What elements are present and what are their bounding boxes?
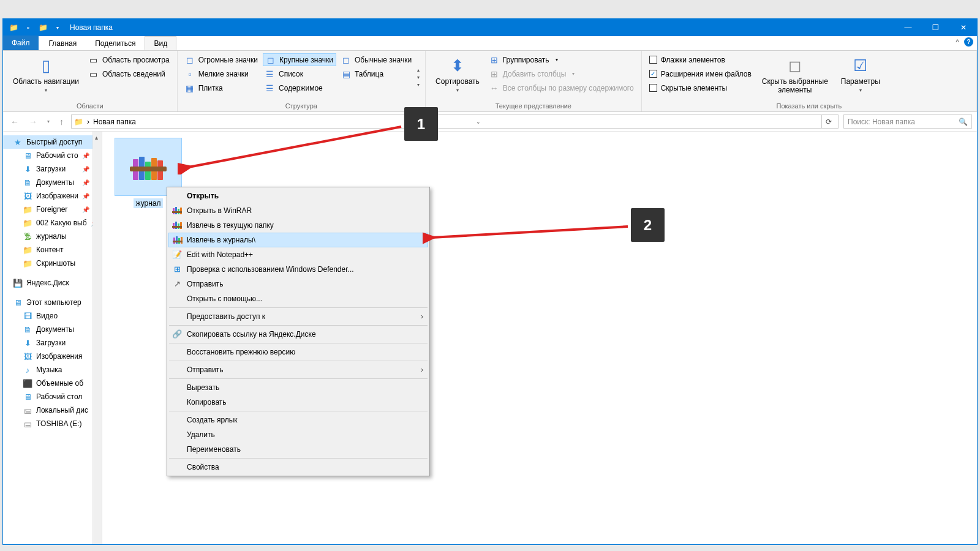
star-icon: ★ xyxy=(13,138,23,147)
layout-medium[interactable]: ◻Обычные значки xyxy=(339,53,414,66)
cm-separator xyxy=(169,325,428,326)
cm-shortcut[interactable]: Создать ярлык xyxy=(168,413,428,427)
cm-restore[interactable]: Восстановить прежнюю версию xyxy=(168,345,428,359)
cm-copy[interactable]: Копировать xyxy=(168,395,428,410)
preview-pane-button[interactable]: ▭Область просмотра xyxy=(86,53,172,66)
sidebar-desktop[interactable]: 🖥Рабочий сто📌 xyxy=(3,149,102,162)
navigation-pane-button[interactable]: ▯ Область навигации ▾ xyxy=(8,53,84,101)
layout-scroll-down-icon[interactable]: ▾ xyxy=(417,74,420,81)
cm-cut[interactable]: Вырезать xyxy=(168,380,428,395)
address-dropdown-icon[interactable]: ⌄ xyxy=(473,119,483,125)
sidebar-foreigner[interactable]: 📁Foreigner📌 xyxy=(3,203,102,216)
navigation-tree[interactable]: ▴ ★Быстрый доступ 🖥Рабочий сто📌 ⬇Загрузк… xyxy=(3,132,102,544)
cm-share[interactable]: ↗Отправить xyxy=(168,277,428,291)
cm-open[interactable]: Открыть xyxy=(168,189,428,203)
hidden-items-toggle[interactable]: Скрытые элементы xyxy=(647,81,754,94)
sidebar-desktop2[interactable]: 🖥Рабочий стол xyxy=(3,390,102,403)
folder-icon: 📁 xyxy=(23,246,32,255)
sidebar-screenshots[interactable]: 📁Скриншоты xyxy=(3,257,102,270)
extensions-toggle[interactable]: ✓Расширения имен файлов xyxy=(647,67,754,80)
maximize-button[interactable]: ❐ xyxy=(922,19,949,36)
navigation-pane-label: Область навигации xyxy=(13,77,79,86)
help-icon[interactable]: ? xyxy=(964,37,973,47)
sidebar-3d[interactable]: ⬛Объемные об xyxy=(3,377,102,390)
sidebar-music[interactable]: ♪Музыка xyxy=(3,363,102,377)
cm-extract-to[interactable]: Извлечь в журналы\ xyxy=(168,233,428,247)
pictures-icon: 🖼 xyxy=(23,192,32,201)
sidebar-documents[interactable]: 🗎Документы📌 xyxy=(3,176,102,189)
hide-selected-button[interactable]: ◻ Скрыть выбранные элементы xyxy=(756,53,834,101)
qat-dropdown-icon[interactable]: ▾ xyxy=(53,23,62,32)
layout-small[interactable]: ▫Мелкие значки xyxy=(183,67,260,80)
cm-extract-here[interactable]: Извлечь в текущую папку xyxy=(168,218,428,233)
sidebar-002[interactable]: 📁002 Какую выб📌 xyxy=(3,216,102,230)
details-pane-button[interactable]: ▭Область сведений xyxy=(86,67,172,80)
layout-scroll-up-icon[interactable]: ▴ xyxy=(417,67,420,73)
annotation-callout-2: 2 xyxy=(631,208,665,242)
address-bar[interactable]: 📁 › Новая папка ⌄ ⟳ xyxy=(71,114,839,129)
sidebar-content[interactable]: 📁Контент xyxy=(3,243,102,257)
cm-properties[interactable]: Свойства xyxy=(168,460,428,474)
checkboxes-toggle[interactable]: Флажки элементов xyxy=(647,53,754,66)
cm-edit-notepad[interactable]: 📝Edit with Notepad++ xyxy=(168,247,428,262)
file-tab[interactable]: Файл xyxy=(3,36,39,50)
layout-list[interactable]: ☰Список xyxy=(263,67,336,80)
main-area: ▴ ★Быстрый доступ 🖥Рабочий сто📌 ⬇Загрузк… xyxy=(3,132,977,544)
sidebar-downloads2[interactable]: ⬇Загрузки xyxy=(3,336,102,350)
cm-rename[interactable]: Переименовать xyxy=(168,442,428,457)
download-icon: ⬇ xyxy=(23,165,32,174)
video-icon: 🎞 xyxy=(23,312,32,321)
pictures-icon: 🖼 xyxy=(23,352,32,361)
sidebar-pictures[interactable]: 🖼Изображени📌 xyxy=(3,189,102,203)
cm-send-to[interactable]: Отправить› xyxy=(168,362,428,377)
group-by-button[interactable]: ⊞Группировать▾ xyxy=(487,53,636,66)
collapse-ribbon-icon[interactable]: ^ xyxy=(956,38,959,47)
nav-back-button[interactable]: ← xyxy=(8,117,21,127)
sidebar-toshiba[interactable]: 🖴TOSHIBA (E:) xyxy=(3,417,102,430)
qat-new-folder-icon[interactable]: 📁 xyxy=(38,23,48,32)
nav-forward-button[interactable]: → xyxy=(26,117,40,127)
layout-large[interactable]: ◻Крупные значки xyxy=(263,53,336,66)
layout-details[interactable]: ▤Таблица xyxy=(339,67,414,80)
sort-button[interactable]: ⬍ Сортировать ▾ xyxy=(431,53,484,101)
preview-pane-icon: ▭ xyxy=(89,55,99,65)
cm-give-access[interactable]: Предоставить доступ к› xyxy=(168,309,428,324)
cm-defender[interactable]: ⊞Проверка с использованием Windows Defen… xyxy=(168,262,428,277)
refresh-icon[interactable]: ⟳ xyxy=(821,115,835,128)
nav-up-button[interactable]: ↑ xyxy=(57,117,66,127)
view-tab[interactable]: Вид xyxy=(145,36,176,50)
sidebar-pictures2[interactable]: 🖼Изображения xyxy=(3,350,102,363)
share-tab[interactable]: Поделиться xyxy=(86,36,145,50)
sidebar-scrollbar[interactable]: ▴ xyxy=(92,132,102,544)
sidebar-journals[interactable]: 🗜журналы xyxy=(3,230,102,243)
cm-open-with[interactable]: Открыть с помощью... xyxy=(168,291,428,306)
qat-properties-icon[interactable]: ▫ xyxy=(23,23,33,32)
breadcrumb-current[interactable]: Новая папка xyxy=(93,118,136,126)
layout-content[interactable]: ☰Содержимое xyxy=(263,81,336,94)
cm-delete[interactable]: Удалить xyxy=(168,427,428,442)
layout-expand-icon[interactable]: ▾ xyxy=(417,81,420,88)
pin-icon: 📌 xyxy=(82,179,89,186)
layout-tiles[interactable]: ▦Плитка xyxy=(183,81,260,94)
search-input[interactable]: Поиск: Новая папка 🔍 xyxy=(843,114,972,129)
context-menu: Открыть Открыть в WinRAR Извлечь в текущ… xyxy=(167,187,430,476)
sidebar-downloads[interactable]: ⬇Загрузки📌 xyxy=(3,162,102,176)
sidebar-yandex[interactable]: 💾Яндекс.Диск xyxy=(3,276,102,290)
checkbox-icon xyxy=(649,56,657,64)
sidebar-quick-access[interactable]: ★Быстрый доступ xyxy=(3,135,102,149)
home-tab[interactable]: Главная xyxy=(40,36,86,50)
cm-open-winrar[interactable]: Открыть в WinRAR xyxy=(168,203,428,218)
explorer-window: 📁 ▫ 📁 ▾ Новая папка — ❐ ✕ Файл Главная П… xyxy=(2,18,978,545)
nav-recent-dropdown[interactable]: ▾ xyxy=(45,119,52,124)
sidebar-documents2[interactable]: 🗎Документы xyxy=(3,323,102,336)
close-button[interactable]: ✕ xyxy=(949,19,977,36)
sidebar-this-pc[interactable]: 🖥Этот компьютер xyxy=(3,296,102,309)
title-bar[interactable]: 📁 ▫ 📁 ▾ Новая папка — ❐ ✕ xyxy=(3,19,977,36)
options-button[interactable]: ☑ Параметры ▾ xyxy=(836,53,885,101)
sidebar-video[interactable]: 🎞Видео xyxy=(3,309,102,323)
cm-copy-yandex[interactable]: 🔗Скопировать ссылку на Яндекс.Диске xyxy=(168,327,428,342)
layout-extra-large[interactable]: ◻Огромные значки xyxy=(183,53,260,66)
checkbox-icon xyxy=(649,84,657,92)
minimize-button[interactable]: — xyxy=(894,19,922,36)
sidebar-localdisk[interactable]: 🖴Локальный дис xyxy=(3,403,102,417)
